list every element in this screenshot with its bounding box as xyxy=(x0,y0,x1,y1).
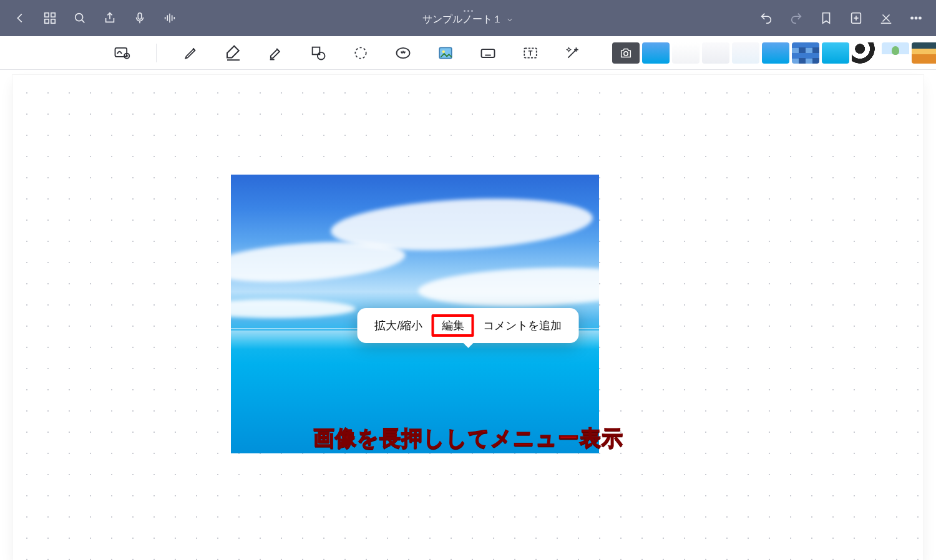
svg-rect-33 xyxy=(482,49,495,57)
pen-tool[interactable] xyxy=(180,42,202,64)
close-editing-icon[interactable] xyxy=(879,11,894,26)
image-tool[interactable] xyxy=(435,42,456,64)
svg-point-19 xyxy=(911,17,913,19)
lasso-tool[interactable] xyxy=(350,42,371,64)
redo-icon[interactable] xyxy=(789,11,804,26)
menu-item-add-comment[interactable]: コメントを追加 xyxy=(474,316,570,336)
highlighter-tool[interactable] xyxy=(265,42,286,64)
thumb-8[interactable] xyxy=(852,42,879,64)
svg-rect-2 xyxy=(45,19,49,23)
search-icon[interactable] xyxy=(72,11,87,26)
undo-icon[interactable] xyxy=(759,11,774,26)
document-title: サンプルノート１ xyxy=(422,13,502,26)
keyboard-tool[interactable] xyxy=(477,42,499,64)
audio-wave-icon[interactable] xyxy=(162,11,177,26)
shape-tool[interactable] xyxy=(308,42,329,64)
thumb-1[interactable] xyxy=(642,42,670,64)
thumb-10[interactable] xyxy=(912,42,936,64)
eraser-tool[interactable] xyxy=(223,42,244,64)
share-icon[interactable] xyxy=(102,11,117,26)
grid-icon[interactable] xyxy=(42,11,57,26)
drag-handle-icon xyxy=(464,10,473,12)
menu-item-edit[interactable]: 編集 xyxy=(432,314,474,337)
note-page[interactable]: 拡大/縮小 編集 コメントを追加 画像を長押ししてメニュー表示 xyxy=(12,75,924,560)
text-box-tool[interactable] xyxy=(520,42,541,64)
bookmark-icon[interactable] xyxy=(819,11,834,26)
svg-rect-6 xyxy=(138,13,142,19)
annotation-text: 画像を長押ししてメニュー表示 xyxy=(313,424,623,453)
svg-point-32 xyxy=(442,50,445,52)
thumb-9[interactable] xyxy=(882,42,909,64)
divider xyxy=(156,44,157,62)
svg-point-29 xyxy=(355,47,366,58)
sticker-tool[interactable] xyxy=(392,42,414,64)
tool-bar xyxy=(0,36,936,70)
svg-point-20 xyxy=(915,17,917,19)
svg-line-5 xyxy=(82,20,84,22)
magic-tool[interactable] xyxy=(562,42,583,64)
image-picker-strip xyxy=(612,42,936,64)
thumb-4[interactable] xyxy=(732,42,759,64)
canvas-area[interactable]: 拡大/縮小 編集 コメントを追加 画像を長押ししてメニュー表示 xyxy=(0,70,936,560)
svg-rect-3 xyxy=(51,19,55,23)
camera-button[interactable] xyxy=(612,42,640,64)
svg-point-21 xyxy=(919,17,921,19)
thumb-3[interactable] xyxy=(702,42,729,64)
microphone-icon[interactable] xyxy=(132,11,147,26)
back-icon[interactable] xyxy=(12,11,27,26)
tool-group xyxy=(94,42,601,64)
document-title-area[interactable]: サンプルノート１ xyxy=(422,10,514,26)
svg-point-30 xyxy=(397,47,410,57)
top-nav-right xyxy=(746,11,936,26)
svg-rect-0 xyxy=(45,13,49,17)
svg-point-28 xyxy=(318,52,325,59)
image-context-menu: 拡大/縮小 編集 コメントを追加 xyxy=(357,308,578,343)
thumb-6[interactable] xyxy=(792,42,819,64)
top-nav-bar: サンプルノート１ xyxy=(0,0,936,36)
top-nav-left xyxy=(0,11,190,26)
menu-item-zoom[interactable]: 拡大/縮小 xyxy=(366,316,431,336)
more-icon[interactable] xyxy=(909,11,924,26)
zoom-write-tool[interactable] xyxy=(111,42,132,64)
thumb-5[interactable] xyxy=(762,42,789,64)
add-page-icon[interactable] xyxy=(849,11,864,26)
svg-point-4 xyxy=(76,14,83,21)
chevron-down-icon xyxy=(506,16,514,24)
svg-point-39 xyxy=(624,51,628,55)
svg-rect-1 xyxy=(51,13,55,17)
thumb-7[interactable] xyxy=(822,42,849,64)
thumb-2[interactable] xyxy=(672,42,700,64)
